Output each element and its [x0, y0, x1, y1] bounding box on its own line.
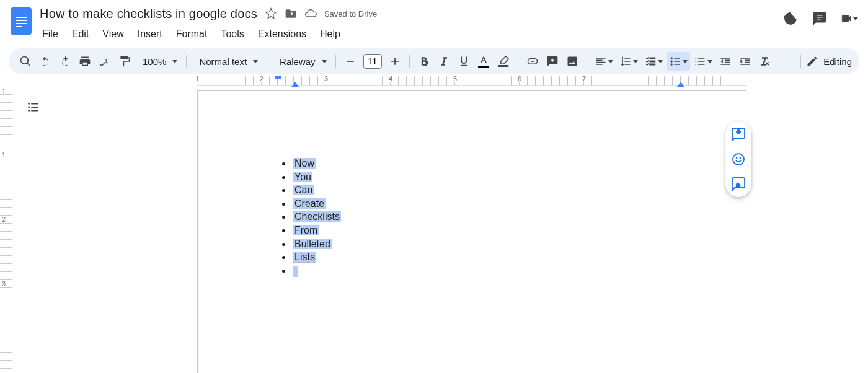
- document-outline-icon[interactable]: [26, 100, 41, 115]
- menu-edit[interactable]: Edit: [66, 25, 95, 43]
- docs-logo[interactable]: [9, 5, 33, 37]
- meet-icon[interactable]: [841, 10, 858, 27]
- document-title[interactable]: How to make checklists in google docs: [40, 7, 257, 21]
- list-item[interactable]: [292, 264, 341, 278]
- redo-icon[interactable]: [56, 52, 74, 71]
- add-comment-side-icon[interactable]: [730, 126, 746, 143]
- list-item[interactable]: Bulleted: [292, 237, 341, 251]
- list-item-text[interactable]: Bulleted: [293, 239, 332, 249]
- caret-icon: [172, 60, 177, 63]
- insert-image-icon[interactable]: [563, 52, 582, 71]
- decrease-indent-icon[interactable]: [716, 52, 735, 71]
- horizontal-ruler[interactable]: 1234567: [197, 76, 746, 86]
- svg-point-0: [670, 57, 672, 59]
- undo-icon[interactable]: [36, 52, 55, 71]
- ruler-number: 3: [323, 75, 329, 82]
- star-icon[interactable]: [265, 7, 277, 20]
- zoom-dropdown[interactable]: 100%: [135, 56, 181, 67]
- toolbar-separator: [409, 55, 410, 68]
- bold-icon[interactable]: [415, 52, 433, 71]
- menu-file[interactable]: File: [36, 25, 64, 43]
- vertical-ruler[interactable]: 1123: [0, 87, 12, 373]
- svg-point-2: [670, 63, 672, 65]
- text-color-icon[interactable]: [474, 52, 493, 71]
- list-item[interactable]: You: [292, 170, 341, 184]
- ruler-number: 7: [581, 75, 587, 82]
- list-item-text[interactable]: Can: [293, 185, 314, 195]
- paint-format-icon[interactable]: [115, 52, 134, 71]
- increase-font-icon[interactable]: [386, 52, 404, 71]
- print-icon[interactable]: [76, 52, 94, 71]
- menu-help[interactable]: Help: [314, 25, 347, 43]
- list-item-text[interactable]: Create: [293, 198, 326, 209]
- list-item[interactable]: Create: [292, 197, 341, 211]
- ruler-number: 4: [388, 75, 394, 82]
- menu-view[interactable]: View: [96, 25, 130, 43]
- align-icon[interactable]: [592, 52, 616, 71]
- list-item-text[interactable]: From: [293, 225, 319, 235]
- ruler-number: 1: [194, 75, 200, 82]
- toolbar-separator: [587, 55, 587, 68]
- svg-point-6: [733, 154, 744, 165]
- font-value: Raleway: [276, 56, 319, 67]
- list-item[interactable]: Now: [292, 157, 341, 170]
- add-comment-icon[interactable]: [543, 52, 562, 71]
- menu-format[interactable]: Format: [170, 25, 214, 43]
- menu-tools[interactable]: Tools: [215, 25, 250, 43]
- underline-icon[interactable]: [454, 52, 473, 71]
- bulleted-list-icon[interactable]: [666, 52, 690, 71]
- comments-icon[interactable]: [811, 10, 828, 27]
- link-icon[interactable]: [523, 52, 542, 71]
- bulleted-list[interactable]: NowYouCanCreateChecklistsFromBulletedLis…: [277, 157, 341, 277]
- emoji-reaction-icon[interactable]: [730, 151, 746, 167]
- search-icon[interactable]: [16, 52, 35, 71]
- font-dropdown[interactable]: Raleway: [272, 56, 330, 67]
- ruler-number: 1: [2, 151, 6, 159]
- increase-indent-icon[interactable]: [736, 52, 755, 71]
- header-right: [781, 5, 859, 27]
- document-page[interactable]: NowYouCanCreateChecklistsFromBulletedLis…: [197, 90, 746, 373]
- menu-insert[interactable]: Insert: [131, 25, 169, 43]
- cloud-icon[interactable]: [304, 7, 317, 20]
- list-item-text[interactable]: Checklists: [293, 211, 341, 222]
- toolbar-separator: [800, 55, 801, 68]
- editing-mode-button[interactable]: Editing: [806, 55, 852, 68]
- caret-icon: [253, 60, 258, 63]
- paragraph-style-dropdown[interactable]: Normal text: [192, 56, 262, 67]
- list-item-text[interactable]: Now: [293, 158, 316, 169]
- first-line-indent-marker[interactable]: [275, 76, 281, 79]
- left-indent-marker[interactable]: [291, 82, 299, 87]
- toolbar-separator: [267, 55, 267, 68]
- right-indent-marker[interactable]: [677, 82, 684, 87]
- numbered-list-icon[interactable]: [691, 52, 715, 71]
- history-icon[interactable]: [781, 10, 799, 27]
- list-item-text[interactable]: [293, 266, 298, 277]
- list-item-text[interactable]: Lists: [293, 252, 316, 263]
- list-item[interactable]: Can: [292, 183, 341, 197]
- ruler-number: 6: [516, 75, 523, 82]
- highlight-icon[interactable]: [494, 52, 513, 71]
- suggest-edits-icon[interactable]: [730, 176, 746, 192]
- menu-extensions[interactable]: Extensions: [252, 25, 312, 43]
- toolbar-separator: [335, 55, 336, 68]
- font-size-input[interactable]: 11: [363, 54, 382, 69]
- italic-icon[interactable]: [435, 52, 453, 71]
- decrease-font-icon[interactable]: [341, 52, 360, 71]
- svg-point-5: [28, 110, 30, 112]
- spellcheck-icon[interactable]: [95, 52, 114, 71]
- list-item[interactable]: From: [292, 224, 341, 237]
- move-icon[interactable]: [285, 7, 297, 20]
- title-area: How to make checklists in google docs Sa…: [40, 5, 775, 43]
- menu-bar: File Edit View Insert Format Tools Exten…: [36, 25, 775, 43]
- zoom-value: 100%: [139, 56, 170, 67]
- ruler-number: 5: [452, 75, 458, 82]
- list-item[interactable]: Checklists: [292, 210, 341, 224]
- clear-formatting-icon[interactable]: [756, 52, 774, 71]
- checklist-icon[interactable]: [642, 52, 665, 71]
- list-item-text[interactable]: You: [293, 172, 312, 182]
- editing-mode-label: Editing: [823, 56, 852, 67]
- line-spacing-icon[interactable]: [617, 52, 640, 71]
- saved-status: Saved to Drive: [324, 9, 377, 19]
- list-item[interactable]: Lists: [292, 250, 341, 264]
- caret-icon: [322, 60, 327, 63]
